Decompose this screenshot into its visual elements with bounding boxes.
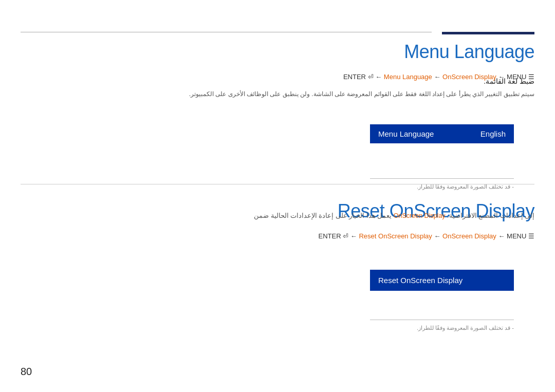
section-separator	[21, 184, 534, 184]
section1-arabic-desc: سيتم تطبيق التغيير الذي يطرأ على إعداد ا…	[41, 89, 534, 99]
menu-language-value: English	[480, 129, 506, 138]
page-number: 80	[21, 366, 32, 378]
s2-breadcrumb-enter-icon: ⏎	[343, 232, 348, 240]
s2-arabic-after: إلى إعدادات المصنع الافتراضية.	[447, 212, 534, 219]
section1-bottom-divider	[370, 178, 514, 179]
section-reset-onscreen: Reset OnScreen Display ENTER ⏎ ← Reset O…	[21, 185, 534, 371]
section2-footnote: قد تختلف الصورة المعروضة وفقًا للطراز.	[370, 325, 514, 331]
section2-breadcrumb: ENTER ⏎ ← Reset OnScreen Display ← OnScr…	[319, 232, 534, 240]
s2-breadcrumb-menu: MENU ☰	[507, 232, 534, 240]
section2-bottom-divider	[370, 320, 514, 320]
section-menu-language: Menu Language ENTER ⏎ ← Menu Language ← …	[21, 32, 534, 202]
reset-onscreen-ui-box[interactable]: Reset OnScreen Display	[370, 270, 514, 291]
s2-breadcrumb-arrow3: ←	[498, 232, 507, 240]
section1-title: Menu Language	[404, 41, 534, 63]
section1-arabic-title: ضبط لغة القائمة.	[41, 77, 534, 85]
section2-arabic-desc: إلى إعدادات المصنع الافتراضية. OnScreen …	[41, 211, 534, 221]
s2-breadcrumb-arrow1: ←	[350, 232, 359, 240]
s2-breadcrumb-enter-label: ENTER	[319, 232, 343, 240]
s2-breadcrumb-arrow2: ←	[434, 232, 442, 240]
s2-breadcrumb-onscreen: OnScreen Display	[442, 232, 496, 240]
menu-language-label: Menu Language	[378, 129, 434, 138]
s2-arabic-before: يعمل هذا الخيار على إعادة الإعدادات الحا…	[254, 212, 392, 219]
s2-breadcrumb-reset: Reset OnScreen Display	[359, 232, 432, 240]
reset-onscreen-label: Reset OnScreen Display	[378, 276, 462, 285]
menu-language-ui-box: Menu Language English	[370, 124, 514, 143]
s2-arabic-onscreen: OnScreen Display	[394, 212, 446, 219]
